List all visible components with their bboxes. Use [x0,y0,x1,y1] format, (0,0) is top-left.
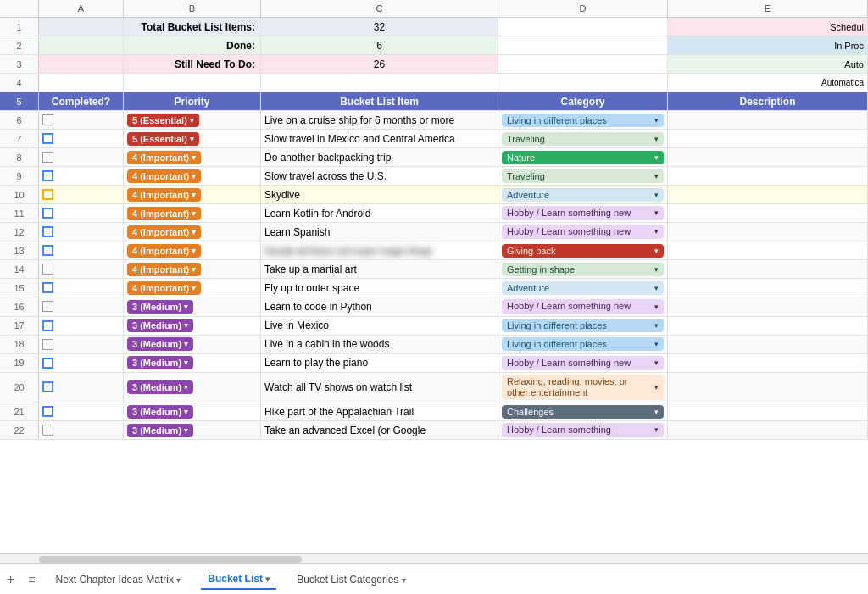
header-description: Description [668,92,868,110]
category-badge[interactable]: Challenges▾ [502,405,664,419]
priority-badge[interactable]: 5 (Essential) ▾ [127,114,199,127]
checkbox-cell[interactable] [39,279,124,297]
bucket-list-item: Live in a cabin in the woods [261,336,498,353]
category-badge[interactable]: Living in different places▾ [502,337,664,351]
category-badge[interactable]: Hobby / Learn something▾ [502,423,664,437]
category-badge[interactable]: Traveling▾ [502,169,664,183]
tab-arrow-3: ▾ [402,575,406,585]
checkbox[interactable] [42,152,53,163]
checkbox-cell[interactable] [39,421,124,439]
checkbox-cell[interactable] [39,111,124,129]
priority-badge[interactable]: 3 (Medium) ▾ [127,319,193,332]
col-header-e[interactable]: E [668,0,868,17]
checkbox[interactable] [42,170,53,181]
checkbox[interactable] [42,189,53,200]
col-header-c[interactable]: C [261,0,498,17]
table-row: 203 (Medium) ▾Watch all TV shows on watc… [0,373,868,402]
checkbox[interactable] [42,114,53,125]
col-header-a[interactable]: A [39,0,124,17]
col-e-r4: Automatica [668,74,868,92]
description-cell [668,186,868,203]
checkbox-cell[interactable] [39,241,124,259]
tab-bucket-list-categories[interactable]: Bucket List Categories ▾ [290,570,412,589]
category-badge[interactable]: Hobby / Learn something new▾ [502,356,664,370]
table-row: 124 (Important) ▾Learn SpanishHobby / Le… [0,223,868,241]
table-row: 173 (Medium) ▾Live in MexicoLiving in di… [0,317,868,336]
sheet-menu-button[interactable]: ≡ [28,573,35,586]
checkbox-cell[interactable] [39,373,124,402]
priority-badge[interactable]: 3 (Medium) ▾ [127,356,193,369]
checkbox[interactable] [42,245,53,256]
col-header-d[interactable]: D [498,0,668,17]
checkbox[interactable] [42,320,53,331]
description-cell [668,260,868,278]
scroll-thumb[interactable] [39,556,302,563]
priority-badge[interactable]: 4 (Important) ▾ [127,169,201,183]
priority-badge[interactable]: 4 (Important) ▾ [127,207,201,220]
checkbox[interactable] [42,133,53,144]
checkbox[interactable] [42,425,53,436]
priority-badge[interactable]: 3 (Medium) ▾ [127,337,193,351]
category-badge[interactable]: Getting in shape▾ [502,263,664,276]
checkbox-cell[interactable] [39,297,124,315]
checkbox-cell[interactable] [39,260,124,278]
category-badge[interactable]: Adventure▾ [502,188,664,202]
checkbox[interactable] [42,282,53,293]
checkbox-cell[interactable] [39,317,124,335]
checkbox[interactable] [42,381,53,392]
tab-arrow-1: ▾ [176,575,181,585]
category-badge[interactable]: Nature▾ [502,151,664,164]
checkbox-cell[interactable] [39,223,124,241]
tab-next-chapter[interactable]: Next Chapter Ideas Matrix ▾ [49,570,188,589]
priority-badge[interactable]: 3 (Medium) ▾ [127,424,193,437]
priority-badge[interactable]: 4 (Important) ▾ [127,225,201,239]
header-priority: Priority [124,92,261,110]
col-header-b[interactable]: B [124,0,261,17]
checkbox[interactable] [42,301,53,312]
category-badge[interactable]: Relaxing, reading, movies, or other ente… [502,375,664,400]
category-badge[interactable]: Adventure▾ [502,281,664,295]
bucket-list-item: Watch all TV shows on watch list [261,373,498,402]
category-badge[interactable]: Traveling▾ [502,132,664,146]
table-row: 114 (Important) ▾Learn Kotlin for Androi… [0,204,868,223]
priority-badge[interactable]: 5 (Essential) ▾ [127,132,199,146]
checkbox[interactable] [42,339,53,350]
priority-badge[interactable]: 4 (Important) ▾ [127,188,201,202]
checkbox[interactable] [42,358,53,369]
checkbox-cell[interactable] [39,130,124,147]
horizontal-scrollbar[interactable] [0,553,868,563]
priority-badge[interactable]: 3 (Medium) ▾ [127,380,193,394]
priority-badge[interactable]: 3 (Medium) ▾ [127,300,193,314]
checkbox[interactable] [42,264,53,275]
checkbox-cell[interactable] [39,354,124,372]
category-badge[interactable]: Living in different places▾ [502,319,664,332]
bucket-list-item: Take up a martial art [261,260,498,278]
checkbox-cell[interactable] [39,167,124,185]
table-row: 104 (Important) ▾SkydiveAdventure▾ [0,186,868,204]
priority-badge[interactable]: 4 (Important) ▾ [127,263,201,276]
description-cell [668,167,868,185]
checkbox[interactable] [42,226,53,237]
checkbox-cell[interactable] [39,336,124,353]
category-badge[interactable]: Hobby / Learn something new▾ [502,206,664,220]
priority-badge[interactable]: 4 (Important) ▾ [127,151,201,164]
checkbox-cell[interactable] [39,148,124,166]
checkbox-cell[interactable] [39,186,124,203]
checkbox[interactable] [42,406,53,417]
table-header-row: 5 Completed? Priority Bucket List Item C… [0,92,868,111]
category-badge[interactable]: Hobby / Learn something new▾ [502,299,664,314]
col-e-r3: Auto [668,55,868,73]
checkbox-cell[interactable] [39,204,124,222]
priority-badge[interactable]: 4 (Important) ▾ [127,281,201,295]
add-sheet-button[interactable]: + [7,572,14,587]
table-row: 65 (Essential) ▾Live on a cruise ship fo… [0,111,868,130]
category-badge[interactable]: Living in different places▾ [502,114,664,127]
description-cell [668,354,868,372]
checkbox[interactable] [42,208,53,219]
tab-bucket-list[interactable]: Bucket List ▾ [201,569,276,590]
category-badge[interactable]: Hobby / Learn something new▾ [502,225,664,239]
priority-badge[interactable]: 4 (Important) ▾ [127,244,201,258]
priority-badge[interactable]: 3 (Medium) ▾ [127,405,193,419]
checkbox-cell[interactable] [39,402,124,420]
category-badge[interactable]: Giving back▾ [502,244,664,258]
